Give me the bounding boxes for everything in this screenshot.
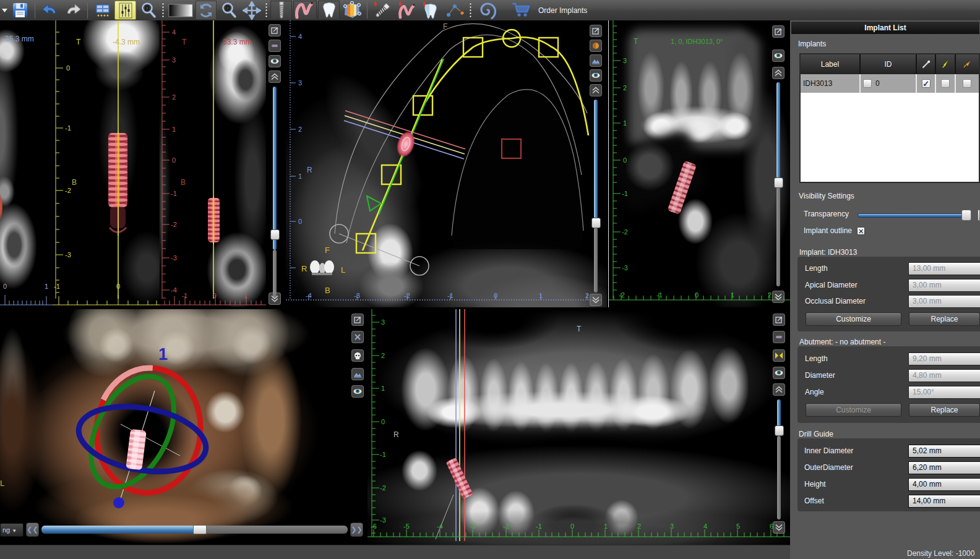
svg-text:5: 5 — [736, 523, 740, 530]
svg-text:0: 0 — [213, 292, 217, 299]
svg-text:1: 1 — [45, 283, 48, 290]
svg-text:-1: -1 — [171, 190, 177, 197]
svg-text:33.3 mm: 33.3 mm — [223, 38, 252, 46]
svg-text:0: 0 — [695, 291, 698, 299]
svg-text:-2: -2 — [404, 292, 410, 299]
svg-text:R: R — [393, 430, 399, 439]
svg-text:-1: -1 — [656, 291, 663, 299]
svg-text:-2: -2 — [65, 187, 71, 194]
svg-text:L: L — [341, 265, 345, 275]
svg-text:-1: -1 — [622, 190, 628, 197]
svg-text:3: 3 — [381, 318, 385, 326]
svg-text:0: 0 — [172, 156, 176, 164]
svg-text:1: 1 — [381, 385, 385, 392]
svg-text:-4: -4 — [437, 523, 443, 530]
svg-text:F: F — [443, 22, 447, 31]
svg-text:-1: -1 — [380, 451, 386, 458]
svg-text:-3: -3 — [622, 264, 628, 271]
svg-text:2: 2 — [172, 93, 176, 101]
svg-text:-3: -3 — [380, 516, 386, 524]
svg-text:-5: -5 — [403, 523, 410, 530]
svg-text:-2: -2 — [171, 221, 177, 228]
svg-text:0: 0 — [66, 64, 70, 72]
svg-text:-4.3 mm: -4.3 mm — [113, 38, 140, 46]
svg-text:0: 0 — [298, 218, 302, 225]
svg-text:D: D — [145, 4, 150, 12]
svg-text:B: B — [325, 286, 330, 295]
svg-text:-3: -3 — [65, 251, 71, 258]
svg-text:T: T — [76, 38, 81, 46]
svg-text:-3: -3 — [470, 523, 476, 530]
svg-text:1: 1 — [158, 345, 168, 364]
svg-text:B: B — [72, 178, 77, 187]
svg-text:1: 1 — [604, 523, 608, 530]
svg-text:-4: -4 — [306, 292, 312, 299]
svg-text:-1: -1 — [536, 523, 542, 530]
svg-text:1: 1 — [623, 119, 627, 127]
svg-text:2: 2 — [637, 523, 641, 530]
svg-text:-1: -1 — [65, 124, 71, 132]
svg-text:2: 2 — [623, 84, 627, 92]
svg-text:4: 4 — [703, 523, 707, 530]
svg-text:1: 1 — [244, 292, 247, 299]
svg-text:-3: -3 — [354, 292, 360, 299]
svg-text:3: 3 — [298, 79, 302, 87]
svg-text:D: D — [225, 4, 230, 12]
svg-text:1: 1 — [731, 291, 734, 299]
svg-text:3: 3 — [172, 56, 176, 64]
svg-text:0: 0 — [570, 523, 574, 530]
svg-text:4: 4 — [298, 33, 302, 40]
svg-text:3: 3 — [670, 523, 674, 530]
svg-text:-2: -2 — [619, 291, 625, 299]
svg-text:-2: -2 — [380, 484, 386, 492]
svg-text:T: T — [182, 38, 187, 46]
svg-text:L: L — [0, 479, 4, 488]
svg-text:4: 4 — [172, 28, 176, 36]
svg-text:1, 0, IDH3013, 0°: 1, 0, IDH3013, 0° — [671, 38, 723, 45]
svg-text:2: 2 — [585, 292, 589, 299]
svg-text:-4: -4 — [171, 286, 177, 294]
svg-text:T: T — [634, 37, 638, 46]
svg-text:3: 3 — [623, 57, 627, 64]
svg-text:0: 0 — [494, 292, 497, 299]
svg-text:1: 1 — [539, 292, 543, 299]
svg-text:-1: -1 — [54, 283, 60, 290]
svg-text:2: 2 — [381, 352, 385, 359]
svg-text:-2: -2 — [622, 228, 628, 236]
svg-text:-6: -6 — [371, 523, 377, 530]
svg-text:0: 0 — [381, 418, 385, 425]
svg-text:-1: -1 — [182, 292, 187, 299]
svg-text:0: 0 — [623, 156, 627, 164]
svg-text:-3: -3 — [171, 254, 177, 262]
svg-text:B: B — [181, 178, 186, 187]
svg-text:R: R — [307, 166, 312, 174]
svg-text:T: T — [577, 325, 582, 333]
svg-text:R: R — [301, 264, 307, 273]
svg-text:0: 0 — [116, 283, 120, 290]
svg-text:1: 1 — [298, 173, 302, 180]
svg-text:1: 1 — [172, 126, 176, 133]
svg-text:2: 2 — [298, 126, 302, 133]
svg-text:F: F — [325, 245, 330, 255]
svg-text:2: 2 — [768, 291, 772, 299]
svg-text:-2: -2 — [503, 523, 509, 530]
svg-text:0: 0 — [3, 283, 7, 290]
svg-text:-1: -1 — [447, 292, 453, 299]
svg-text:-35.3 mm: -35.3 mm — [2, 35, 34, 43]
